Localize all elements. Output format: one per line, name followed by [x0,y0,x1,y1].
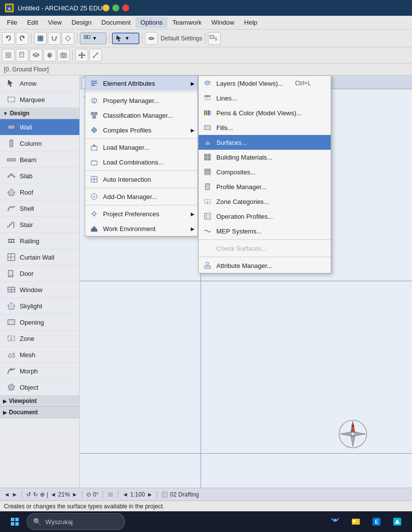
sidebar-item-shell[interactable]: Shell [0,200,79,217]
menu-document[interactable]: Document [97,17,136,28]
svg-rect-137 [353,520,355,522]
sidebar-item-beam[interactable]: Beam [0,152,79,168]
submenu-fills[interactable]: Fills... [199,120,331,135]
sidebar-item-window[interactable]: Window [0,282,79,298]
taskbar-app3[interactable]: E [368,513,385,531]
sidebar-item-column[interactable]: Column [0,135,79,152]
magnet-button[interactable] [48,32,61,45]
snap2-button[interactable] [2,49,15,62]
undo-nav[interactable]: ↺ [26,491,31,498]
maximize-button[interactable] [112,4,119,11]
minimize-button[interactable] [103,4,109,11]
column-label: Column [20,140,42,147]
sidebar-item-opening[interactable]: Opening [0,314,79,331]
submenu-zone-categories[interactable]: Z Zone Categories... [199,194,331,209]
move-button[interactable] [75,49,88,62]
svg-rect-16 [88,35,90,38]
sidebar-item-door[interactable]: Door [0,266,79,282]
svg-rect-134 [15,522,19,526]
zoom-in[interactable]: ⊕ [40,491,45,498]
scale-nav-back[interactable]: ◄ [122,491,128,498]
view-mode-dropdown[interactable]: ▼ [80,33,106,44]
submenu-building-materials[interactable]: Building Materials... [199,150,331,165]
layers-button[interactable] [30,49,42,62]
menu-load-manager[interactable]: Load Manager... [85,140,198,155]
sidebar-item-roof[interactable]: Roof [0,184,79,200]
sidebar-section-viewpoint[interactable]: ▶ Viewpoint [0,396,79,407]
doc-button[interactable] [16,49,29,62]
sidebar-item-marquee[interactable]: Marquee [0,92,79,108]
menu-options[interactable]: Options [136,17,168,28]
menu-element-attributes[interactable]: Element Attributes ▶ [85,76,198,91]
sidebar-item-arrow[interactable]: Arrow [0,75,79,92]
redo-nav[interactable]: ↻ [33,491,38,498]
sidebar-item-curtainwall[interactable]: Curtain Wall [0,249,79,266]
scale-nav-fwd[interactable]: ► [147,491,153,498]
menu-classification-manager[interactable]: Classification Manager... [85,108,198,123]
eye-button[interactable] [145,32,158,45]
view-mode-button[interactable] [34,32,47,45]
taskbar-search[interactable]: 🔍 Wyszukaj [27,513,125,530]
sidebar-item-wall[interactable]: Wall [0,119,79,135]
menu-view[interactable]: View [43,17,67,28]
submenu-profile-manager[interactable]: Profile Manager... [199,179,331,194]
menu-file[interactable]: File [2,17,22,28]
redo-button[interactable] [16,32,29,45]
menu-help[interactable]: Help [239,17,262,28]
menu-addon-manager[interactable]: + Add-On Manager... [85,189,198,204]
sidebar-item-object[interactable]: Object [0,379,79,396]
svg-marker-64 [8,384,15,390]
sidebar-item-railing[interactable]: Railing [0,233,79,249]
menu-work-environment[interactable]: Work Environment ▶ [85,221,198,236]
submenu-layers[interactable]: Layers (Model Views)... Ctrl+L [199,76,331,91]
scale-button[interactable] [89,49,102,62]
2d-view-button[interactable]: S [208,32,221,45]
menu-auto-intersection[interactable]: Auto Intersection [85,172,198,187]
menu-teamwork[interactable]: Teamwork [168,17,206,28]
menu-design[interactable]: Design [67,17,96,28]
sidebar-item-morph[interactable]: Morph [0,363,79,379]
undo-button[interactable] [2,32,15,45]
sidebar-item-zone[interactable]: Z Zone [0,331,79,347]
snap-button[interactable] [62,32,74,45]
rotate3d-button[interactable] [43,49,56,62]
load-manager-label: Load Manager... [103,144,149,151]
zoom-nav-back[interactable]: ◄ [50,491,56,498]
menu-property-manager[interactable]: Property Manager... [85,93,198,108]
submenu-attribute-manager[interactable]: Attribute Manager... [199,258,331,273]
nav-back[interactable]: ◄ [4,491,10,498]
window-controls[interactable] [103,4,129,11]
design-section-label: Design [10,110,30,117]
svg-marker-37 [8,80,12,87]
work-environment-icon [89,224,99,233]
sidebar-item-stair[interactable]: Stair [0,217,79,233]
menu-project-preferences[interactable]: Project Preferences ▶ [85,206,198,221]
menu-edit[interactable]: Edit [22,17,43,28]
sidebar-item-skylight[interactable]: Skylight [0,298,79,314]
start-button[interactable] [6,513,24,531]
zoom-nav-fwd[interactable]: ► [72,491,78,498]
submenu-composites[interactable]: Composites... [199,165,331,179]
submenu-operation-profiles[interactable]: Operation Profiles... [199,209,331,224]
menu-window[interactable]: Window [206,17,239,28]
canvas-area[interactable]: [0. Ground Floor] ARCHICAD Educational V… [80,75,412,488]
sidebar-section-design[interactable]: ▼ Design [0,108,79,119]
taskbar-app4[interactable] [388,513,406,531]
close-button[interactable] [122,4,129,11]
sidebar-item-slab[interactable]: Slab [0,168,79,184]
camera-button[interactable] [57,49,70,62]
nav-fwd[interactable]: ► [12,491,18,498]
sidebar-section-document[interactable]: ▶ Document [0,407,79,418]
submenu-mep-systems[interactable]: MEP Systems... [199,224,331,238]
taskbar-app1[interactable] [326,513,344,531]
submenu-lines[interactable]: Lines... [199,91,331,105]
layers-label: Layers (Model Views)... [216,80,283,87]
submenu-pens-color[interactable]: Pens & Color (Model Views)... [199,105,331,120]
arrow-dropdown[interactable]: ▼ [112,33,139,44]
roof-label: Roof [20,189,33,196]
taskbar-app2[interactable] [347,513,365,531]
submenu-surfaces[interactable]: Surfaces... [199,135,331,150]
menu-load-combinations[interactable]: Load Combinations... [85,155,198,169]
sidebar-item-mesh[interactable]: Mesh [0,347,79,363]
menu-complex-profiles[interactable]: Complex Profiles ▶ [85,123,198,137]
